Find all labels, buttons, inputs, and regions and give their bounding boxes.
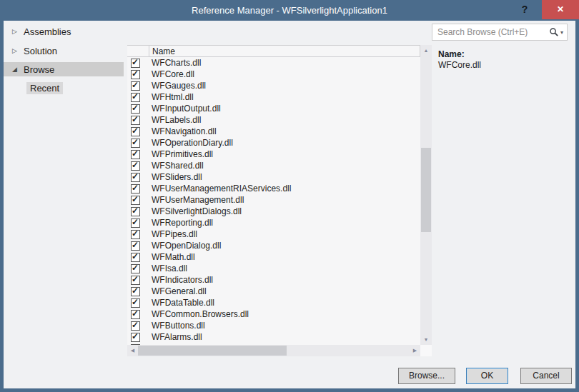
table-row[interactable]: ✓ WFIsa.dll: [127, 263, 420, 274]
file-list: ✓ WFCharts.dll ✓ WFCore.dll ✓ WFGauges.d…: [127, 57, 420, 343]
table-row[interactable]: ✓ WFPrimitives.dll: [127, 149, 420, 160]
check-icon: ✓: [132, 274, 139, 284]
reference-manager-dialog: Reference Manager - WFSilverlightApplica…: [0, 0, 579, 392]
detail-name-label: Name:: [438, 49, 465, 59]
check-icon: ✓: [132, 137, 139, 147]
check-icon: ✓: [132, 320, 139, 330]
sidebar-item-recent[interactable]: Recent: [26, 81, 63, 94]
search-options-caret-icon[interactable]: ▾: [560, 29, 563, 36]
file-name: WFSilverlightDialogs.dll: [152, 206, 242, 216]
check-icon: ✓: [132, 194, 139, 204]
chevron-expanded-icon[interactable]: ◢: [12, 62, 21, 76]
checkbox-checked[interactable]: ✓: [131, 196, 140, 205]
checkbox-checked[interactable]: ✓: [131, 333, 140, 342]
ok-button[interactable]: OK: [466, 368, 508, 384]
checkbox-checked[interactable]: ✓: [131, 298, 140, 308]
checkbox-checked[interactable]: ✓: [131, 81, 140, 91]
table-row[interactable]: ✓ WFCommon.Browsers.dll: [127, 308, 420, 320]
table-row[interactable]: ✓ WFMath.dll: [127, 251, 420, 263]
table-row[interactable]: ✓ WFInputOutput.dll: [127, 103, 420, 114]
check-icon: ✓: [132, 183, 139, 193]
checkbox-checked[interactable]: ✓: [131, 150, 140, 159]
table-row[interactable]: ✓ WFOperationDiary.dll: [127, 137, 420, 149]
checkbox-checked[interactable]: ✓: [131, 276, 140, 285]
horizontal-scrollbar-thumb[interactable]: [138, 346, 287, 356]
checkbox-checked[interactable]: ✓: [131, 253, 140, 262]
sidebar-item-assemblies[interactable]: ▷ Assemblies: [4, 24, 124, 39]
table-row[interactable]: ✓ WFPipes.dll: [127, 228, 420, 240]
checkbox-checked[interactable]: ✓: [131, 184, 140, 194]
checkbox-checked[interactable]: ✓: [131, 59, 140, 68]
table-row[interactable]: ✓ WFButtons.dll: [127, 320, 420, 331]
scroll-up-icon[interactable]: ▲: [420, 45, 432, 56]
check-icon: ✓: [132, 114, 139, 124]
file-name: WFDataTable.dll: [152, 298, 214, 308]
checkbox-checked[interactable]: ✓: [131, 93, 140, 102]
cancel-button[interactable]: Cancel: [520, 368, 572, 384]
list-column-header[interactable]: Name: [127, 45, 420, 57]
checkbox-checked[interactable]: ✓: [131, 230, 140, 239]
checkbox-checked[interactable]: ✓: [131, 161, 140, 171]
checkbox-checked[interactable]: ✓: [131, 116, 140, 125]
table-row[interactable]: ✓ WFOpenDialog.dll: [127, 240, 420, 251]
checkbox-checked[interactable]: ✓: [131, 127, 140, 136]
check-icon: ✓: [132, 91, 139, 101]
sidebar-item-solution[interactable]: ▷ Solution: [4, 44, 124, 58]
dialog-title: Reference Manager - WFSilverlightApplica…: [0, 0, 579, 21]
table-row[interactable]: ✓ WFDataTable.dll: [127, 297, 420, 308]
table-row[interactable]: ✓ WFHtml.dll: [127, 91, 420, 103]
checkbox-checked[interactable]: ✓: [131, 104, 140, 114]
checkbox-checked[interactable]: ✓: [131, 241, 140, 251]
table-row[interactable]: ✓ WFIndicators.dll: [127, 274, 420, 286]
titlebar[interactable]: Reference Manager - WFSilverlightApplica…: [0, 0, 579, 21]
checkbox-checked[interactable]: ✓: [131, 70, 140, 79]
table-row[interactable]: ✓ WFLabels.dll: [127, 114, 420, 126]
checkbox-checked[interactable]: ✓: [131, 139, 140, 148]
column-header-name[interactable]: Name: [152, 46, 175, 57]
horizontal-scrollbar[interactable]: ◀ ▶: [127, 345, 420, 356]
table-row[interactable]: ✓ WFUserManagementRIAServices.dll: [127, 183, 420, 194]
check-icon: ✓: [132, 126, 139, 136]
scroll-down-icon[interactable]: ▼: [420, 334, 432, 345]
checkbox-checked[interactable]: ✓: [131, 218, 140, 228]
table-row[interactable]: ✓ WFNavigation.dll: [127, 126, 420, 137]
checkbox-checked[interactable]: ✓: [131, 264, 140, 273]
scroll-left-icon[interactable]: ◀: [127, 345, 138, 356]
table-row[interactable]: ✓ WFCharts.dll: [127, 57, 420, 69]
search-box[interactable]: ▾: [432, 24, 568, 41]
check-icon: ✓: [132, 160, 139, 170]
check-icon: ✓: [132, 308, 139, 318]
checkbox-checked[interactable]: ✓: [131, 287, 140, 296]
sidebar-item-browse[interactable]: ◢ Browse: [4, 62, 124, 76]
checkbox-checked[interactable]: ✓: [131, 310, 140, 319]
check-icon: ✓: [132, 69, 139, 79]
table-row[interactable]: ✓ WFSilverlightDialogs.dll: [127, 206, 420, 217]
table-row[interactable]: ✓ WFGeneral.dll: [127, 286, 420, 297]
vertical-scrollbar[interactable]: ▲ ▼: [420, 45, 432, 345]
column-divider: [149, 46, 149, 56]
sidebar-item-label: Solution: [24, 46, 57, 56]
scrollbar-corner: [420, 345, 432, 356]
file-name: WFGauges.dll: [152, 81, 206, 91]
table-row[interactable]: ✓ WFUserManagement.dll: [127, 194, 420, 206]
table-row[interactable]: ✓ WFCore.dll: [127, 69, 420, 80]
checkbox-checked[interactable]: ✓: [131, 173, 140, 182]
help-icon[interactable]: ?: [515, 0, 535, 19]
search-input[interactable]: [432, 27, 549, 37]
checkbox-checked[interactable]: ✓: [131, 321, 140, 331]
check-icon: ✓: [132, 251, 139, 261]
table-row[interactable]: ✓ WFSliders.dll: [127, 171, 420, 183]
chevron-collapsed-icon[interactable]: ▷: [12, 24, 21, 39]
browse-button[interactable]: Browse...: [398, 368, 455, 384]
table-row[interactable]: ✓ WFGauges.dll: [127, 80, 420, 91]
scroll-right-icon[interactable]: ▶: [410, 345, 420, 356]
chevron-collapsed-icon[interactable]: ▷: [12, 44, 21, 58]
table-row[interactable]: ✓ WFAlarms.dll: [127, 331, 420, 343]
vertical-scrollbar-thumb[interactable]: [421, 148, 431, 232]
table-row[interactable]: ✓ WFReporting.dll: [127, 217, 420, 228]
checkbox-checked[interactable]: ✓: [131, 207, 140, 216]
search-icon[interactable]: [549, 27, 559, 37]
close-icon[interactable]: ✕: [542, 0, 579, 19]
file-name: WFSliders.dll: [152, 172, 202, 182]
table-row[interactable]: ✓ WFShared.dll: [127, 160, 420, 171]
